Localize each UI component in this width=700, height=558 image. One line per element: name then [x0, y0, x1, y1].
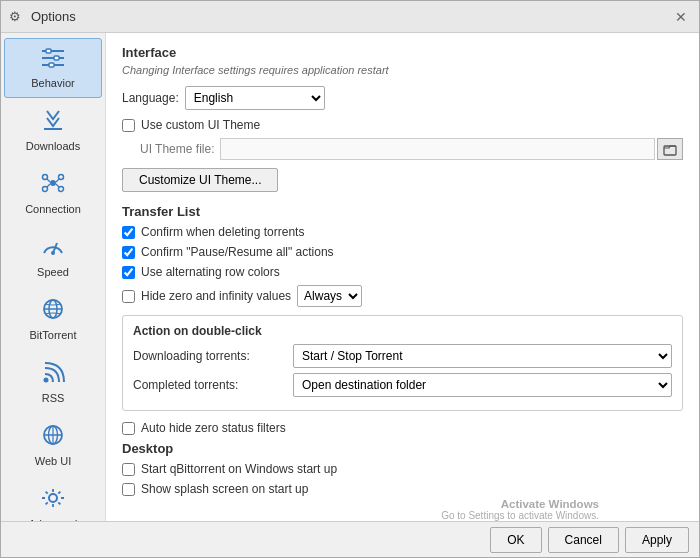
svg-point-10	[43, 187, 48, 192]
sidebar-item-advanced[interactable]: Advanced	[4, 478, 102, 521]
svg-point-8	[43, 175, 48, 180]
main-content: Interface Changing Interface settings re…	[106, 33, 699, 521]
advanced-icon	[40, 487, 66, 515]
sidebar-item-speed[interactable]: Speed	[4, 226, 102, 287]
hide-zero-row: Hide zero and infinity values Always Nev…	[122, 285, 683, 307]
options-window: ⚙ Options ✕ Behavior	[0, 0, 700, 558]
sidebar: Behavior Downloads	[1, 33, 106, 521]
sidebar-label-bittorrent: BitTorrent	[29, 329, 76, 341]
svg-point-16	[51, 251, 55, 255]
svg-point-11	[59, 187, 64, 192]
alternating-rows-row: Use alternating row colors	[122, 265, 683, 279]
hide-zero-select[interactable]: Always Never	[297, 285, 362, 307]
bottom-bar: Activate Windows Go to Settings to activ…	[1, 521, 699, 557]
confirm-pause-label: Confirm "Pause/Resume all" actions	[141, 245, 334, 259]
downloading-torrent-row: Downloading torrents: Start / Stop Torre…	[133, 344, 672, 368]
confirm-delete-row: Confirm when deleting torrents	[122, 225, 683, 239]
interface-subtitle: Changing Interface settings requires app…	[122, 64, 683, 76]
window-body: Behavior Downloads	[1, 33, 699, 521]
double-click-title: Action on double-click	[133, 324, 672, 338]
theme-file-input[interactable]	[220, 138, 655, 160]
sidebar-item-downloads[interactable]: Downloads	[4, 100, 102, 161]
confirm-pause-row: Confirm "Pause/Resume all" actions	[122, 245, 683, 259]
svg-line-14	[47, 184, 50, 187]
sidebar-label-webui: Web UI	[35, 455, 71, 467]
svg-point-25	[49, 494, 57, 502]
ok-button[interactable]: OK	[490, 527, 541, 553]
auto-hide-checkbox[interactable]	[122, 422, 135, 435]
sidebar-label-connection: Connection	[25, 203, 81, 215]
show-splash-checkbox[interactable]	[122, 483, 135, 496]
transfer-list-title: Transfer List	[122, 204, 683, 219]
svg-point-9	[59, 175, 64, 180]
custom-theme-label: Use custom UI Theme	[141, 118, 260, 132]
sidebar-label-behavior: Behavior	[31, 77, 74, 89]
theme-file-row: UI Theme file:	[140, 138, 683, 160]
svg-rect-4	[54, 56, 59, 60]
interface-title: Interface	[122, 45, 683, 60]
sidebar-item-connection[interactable]: Connection	[4, 163, 102, 224]
downloading-torrent-label: Downloading torrents:	[133, 349, 293, 363]
custom-theme-row: Use custom UI Theme	[122, 118, 683, 132]
behavior-icon	[40, 47, 66, 74]
completed-torrent-select[interactable]: Open destination folder Start / Stop Tor…	[293, 373, 672, 397]
downloads-icon	[40, 109, 66, 137]
downloading-torrent-select[interactable]: Start / Stop Torrent Open destination fo…	[293, 344, 672, 368]
svg-line-12	[47, 179, 50, 182]
language-row: Language: English French German	[122, 86, 683, 110]
sidebar-label-downloads: Downloads	[26, 140, 80, 152]
sidebar-item-behavior[interactable]: Behavior	[4, 38, 102, 98]
title-bar: ⚙ Options ✕	[1, 1, 699, 33]
svg-line-13	[56, 179, 59, 182]
sidebar-item-webui[interactable]: Web UI	[4, 415, 102, 476]
svg-rect-3	[46, 49, 51, 53]
completed-torrent-label: Completed torrents:	[133, 378, 293, 392]
window-icon: ⚙	[9, 9, 25, 25]
show-splash-label: Show splash screen on start up	[141, 482, 308, 496]
apply-button[interactable]: Apply	[625, 527, 689, 553]
theme-file-label: UI Theme file:	[140, 142, 214, 156]
theme-file-browse-button[interactable]	[657, 138, 683, 160]
start-qb-row: Start qBittorrent on Windows start up	[122, 462, 683, 476]
speed-icon	[40, 235, 66, 263]
connection-icon	[40, 172, 66, 200]
cancel-button[interactable]: Cancel	[548, 527, 619, 553]
confirm-delete-label: Confirm when deleting torrents	[141, 225, 304, 239]
sidebar-label-speed: Speed	[37, 266, 69, 278]
custom-theme-checkbox[interactable]	[122, 119, 135, 132]
start-qb-checkbox[interactable]	[122, 463, 135, 476]
sidebar-label-rss: RSS	[42, 392, 65, 404]
confirm-delete-checkbox[interactable]	[122, 226, 135, 239]
svg-point-7	[50, 180, 56, 186]
bittorrent-icon	[40, 298, 66, 326]
customize-theme-button[interactable]: Customize UI Theme...	[122, 168, 278, 192]
desktop-title: Desktop	[122, 441, 683, 456]
svg-line-15	[56, 184, 59, 187]
completed-torrent-row: Completed torrents: Open destination fol…	[133, 373, 672, 397]
svg-point-20	[44, 378, 49, 383]
window-title: Options	[31, 9, 671, 24]
close-button[interactable]: ✕	[671, 7, 691, 27]
double-click-group: Action on double-click Downloading torre…	[122, 315, 683, 411]
language-select[interactable]: English French German	[185, 86, 325, 110]
auto-hide-label: Auto hide zero status filters	[141, 421, 286, 435]
sidebar-item-rss[interactable]: RSS	[4, 352, 102, 413]
auto-hide-row: Auto hide zero status filters	[122, 421, 683, 435]
svg-rect-26	[664, 146, 676, 155]
start-qb-label: Start qBittorrent on Windows start up	[141, 462, 337, 476]
confirm-pause-checkbox[interactable]	[122, 246, 135, 259]
alternating-rows-checkbox[interactable]	[122, 266, 135, 279]
rss-icon	[40, 361, 66, 389]
sidebar-item-bittorrent[interactable]: BitTorrent	[4, 289, 102, 350]
language-label: Language:	[122, 91, 179, 105]
alternating-rows-label: Use alternating row colors	[141, 265, 280, 279]
hide-zero-label: Hide zero and infinity values	[141, 289, 291, 303]
webui-icon	[40, 424, 66, 452]
show-splash-row: Show splash screen on start up	[122, 482, 683, 496]
hide-zero-checkbox[interactable]	[122, 290, 135, 303]
svg-rect-5	[49, 63, 54, 67]
